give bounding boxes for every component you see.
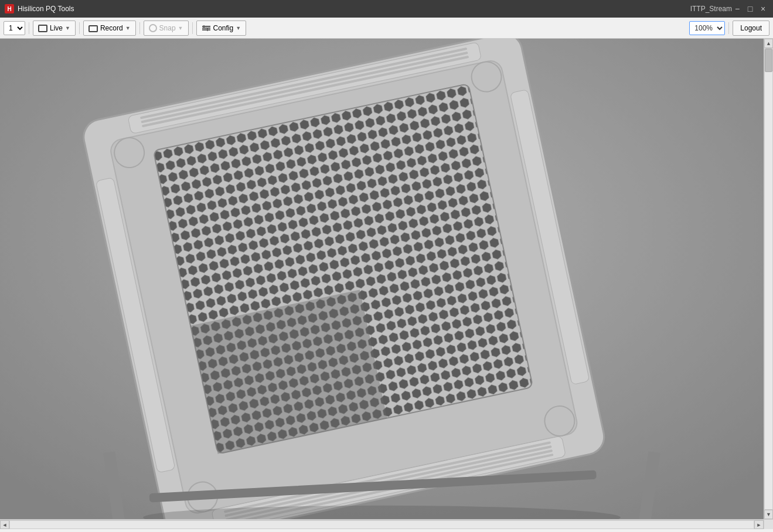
record-arrow: ▼ [125,25,131,31]
live-label: Live [50,24,63,32]
video-content [0,39,764,519]
toolbar: 1 2 3 4 Live ▼ Record ▼ Snap ▼ [0,18,773,39]
svg-rect-1 [202,28,210,29]
video-display[interactable] [0,39,764,519]
record-label: Record [100,24,123,32]
separator-5 [728,22,729,34]
scroll-up-button[interactable]: ▲ [764,39,773,48]
svg-rect-2 [202,29,210,30]
record-button[interactable]: Record ▼ [83,21,136,36]
svg-rect-3 [203,25,205,28]
snap-icon [149,24,157,32]
separator-2 [79,22,80,34]
titlebar: H Hisilicon PQ Tools ITTP_Stream − □ × [0,0,773,18]
horizontal-scrollbar[interactable]: ◄ ► [0,520,764,529]
scroll-down-button[interactable]: ▼ [764,510,773,519]
config-arrow: ▼ [236,25,241,31]
channel-select[interactable]: 1 2 3 4 [4,21,25,35]
svg-rect-4 [207,29,208,31]
scroll-thumb-v[interactable] [765,49,772,72]
scrollbar-h-container: ◄ ► [0,519,773,528]
logout-button[interactable]: Logout [733,21,769,36]
scroll-right-button[interactable]: ► [754,520,764,529]
config-button[interactable]: Config ▼ [196,21,247,36]
separator-1 [29,22,29,34]
zoom-select[interactable]: 50% 75% 100% 125% 150% [689,21,725,35]
app-title: Hisilicon PQ Tools [18,5,679,13]
config-label: Config [213,24,234,32]
minimize-button[interactable]: − [732,4,743,14]
maximize-button[interactable]: □ [745,4,755,14]
config-icon [202,23,211,33]
stream-title: ITTP_Stream [690,5,732,13]
snap-button[interactable]: Snap ▼ [144,21,189,36]
camera-icon [88,25,98,32]
main-area: ▲ ▼ [0,39,773,519]
snap-label: Snap [159,24,176,32]
window-controls: − □ × [732,4,768,14]
live-button[interactable]: Live ▼ [33,21,76,36]
separator-3 [139,22,140,34]
scroll-track-v[interactable] [764,48,773,510]
live-arrow: ▼ [65,25,70,31]
separator-4 [192,22,193,34]
scroll-left-button[interactable]: ◄ [0,520,9,529]
snap-arrow: ▼ [178,25,183,31]
scrollbar-corner [764,520,773,529]
tv-icon [38,25,47,32]
video-background [0,39,764,519]
app-icon: H [5,4,14,13]
vertical-scrollbar[interactable]: ▲ ▼ [764,39,773,519]
scroll-track-h[interactable] [9,520,754,529]
close-button[interactable]: × [758,4,768,14]
